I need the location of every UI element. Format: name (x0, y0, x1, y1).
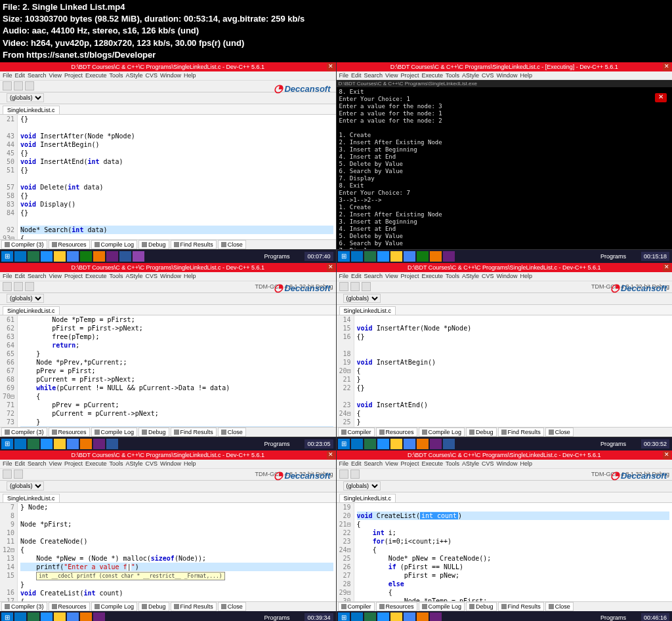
header-size: Size: 103303700 bytes (98.52 MiB), durat… (3, 13, 669, 25)
header-from: From https://sanet.st/blogs/Developer (3, 49, 669, 61)
deccansoft-logo: Deccansoft (274, 82, 330, 94)
code-content[interactable]: {} void InsertAfter(Node *pNode) void In… (18, 115, 335, 239)
console-close-icon[interactable]: ✕ (655, 93, 667, 102)
pane-4: ⊞ Programs 00:15:18 D:\BDT Courses\C & C… (337, 250, 673, 437)
code-editor[interactable]: 214344455051575883849293⊟9495969798⊟99 {… (0, 115, 336, 239)
pane-3: ⊞ Programs 00:07:40 D:\BDT Courses\C & C… (0, 250, 336, 437)
close-icon[interactable]: ✕ (327, 63, 335, 71)
scope-select[interactable]: (globals) (7, 93, 44, 102)
titlebar[interactable]: D:\BDT Courses\C & C++\C Programs\Single… (0, 62, 336, 71)
firefox-icon[interactable] (93, 251, 105, 262)
code-editor[interactable]: 141516181920⊟21222324⊟25262728⊟29303132 … (337, 315, 673, 427)
taskbar[interactable]: ⊞ Programs 00:07:40 (0, 250, 336, 263)
close-icon[interactable]: ✕ (327, 264, 335, 271)
header-file: File: 2. Single Linked List.mp4 (3, 1, 669, 13)
file-tabs: SingleLinkedList.c (0, 104, 336, 115)
outlook-icon[interactable] (14, 251, 26, 262)
pane-6: ⊞Programs00:30:52 D:\BDT Courses\C & C++… (337, 437, 673, 621)
intellisense-hint: int __cdecl printf (const char * __restr… (36, 572, 224, 580)
pane-2: D:\BDT Courses\C & C++\C Programs\Single… (337, 62, 673, 249)
debug-tab[interactable]: Debug (138, 240, 169, 249)
menubar: FileEditSearchViewProjectExecuteToolsASt… (337, 71, 673, 80)
menu-execute[interactable]: Execute (85, 72, 107, 79)
menu-project[interactable]: Project (64, 72, 83, 79)
output-tabs: Compiler (3) Resources Compile Log Debug… (0, 239, 336, 249)
menu-search[interactable]: Search (28, 72, 47, 79)
taskbar-programs[interactable]: Programs (264, 253, 289, 260)
menu-help[interactable]: Help (184, 72, 196, 79)
deccansoft-logo: Deccansoft (610, 469, 667, 481)
vs-icon[interactable] (106, 251, 118, 262)
deccansoft-logo: Deccansoft (274, 469, 330, 481)
onenote-icon[interactable] (80, 251, 92, 262)
excel-icon[interactable] (28, 251, 39, 262)
pane-1: D:\BDT Courses\C & C++\C Programs\Single… (0, 62, 336, 249)
new-icon[interactable] (3, 81, 12, 90)
menu-edit[interactable]: Edit (15, 72, 26, 79)
close-icon[interactable]: ✕ (663, 63, 671, 71)
taskbar-time: 00:07:40 (304, 252, 333, 261)
pane-5: ⊞Programs00:23:05 D:\BDT Courses\C & C++… (0, 437, 336, 621)
menu-cvs[interactable]: CVS (146, 72, 158, 79)
titlebar[interactable]: D:\BDT Courses\C & C++\C Programs\Single… (0, 263, 336, 272)
taskbar[interactable]: ⊞ Programs 00:15:18 (337, 250, 673, 263)
close-tab[interactable]: Close (218, 240, 246, 249)
code-editor[interactable]: 789101112⊟131415161718⊟19202122⊟232425 }… (0, 503, 336, 601)
video-grid: D:\BDT Courses\C & C++\C Programs\Single… (0, 62, 672, 621)
open-icon[interactable] (14, 81, 23, 90)
findresults-tab[interactable]: Find Results (171, 240, 217, 249)
ie-icon[interactable] (41, 251, 52, 262)
explorer-icon[interactable] (54, 251, 66, 262)
word-icon[interactable] (119, 251, 131, 262)
header-audio: Audio: aac, 44100 Hz, stereo, s16, 126 k… (3, 25, 669, 37)
menu-view[interactable]: View (49, 72, 62, 79)
line-gutter: 214344455051575883849293⊟9495969798⊟99 (0, 115, 18, 239)
compilelog-tab[interactable]: Compile Log (91, 240, 138, 249)
header-video: Video: h264, yuv420p, 1280x720, 123 kb/s… (3, 37, 669, 49)
menu-window[interactable]: Window (160, 72, 181, 79)
code-editor[interactable]: 192021⊟222324⊟2526272829⊟303132333435363… (337, 503, 673, 601)
menu-tools[interactable]: Tools (109, 72, 123, 79)
file-tab[interactable]: SingleLinkedList.c (3, 106, 60, 114)
save-icon[interactable] (25, 81, 34, 90)
start-icon[interactable]: ⊞ (1, 251, 13, 262)
menu-astyle[interactable]: AStyle (125, 72, 142, 79)
compiler-tab[interactable]: Compiler (3) (1, 240, 47, 249)
deccansoft-logo: Deccansoft (274, 281, 330, 294)
chrome-icon[interactable] (67, 251, 79, 262)
menu-file[interactable]: File (3, 72, 12, 79)
menubar: File Edit Search View Project Execute To… (0, 71, 336, 81)
console-output[interactable]: 8. Exit Enter Your Choice: 1 Enter a val… (337, 87, 673, 249)
resources-tab[interactable]: Resources (49, 240, 90, 249)
console-title: D:\BDT Courses\C & C++\C Programs\Single… (337, 80, 673, 87)
code-editor[interactable]: 61626364656667686970⊟7172737475⊟76777879… (0, 315, 336, 427)
deccansoft-logo: Deccansoft (610, 281, 667, 294)
file-info-header: File: 2. Single Linked List.mp4 Size: 10… (0, 0, 672, 62)
vs-icon[interactable] (133, 251, 144, 262)
titlebar[interactable]: D:\BDT Courses\C & C++\C Programs\Single… (337, 62, 673, 71)
